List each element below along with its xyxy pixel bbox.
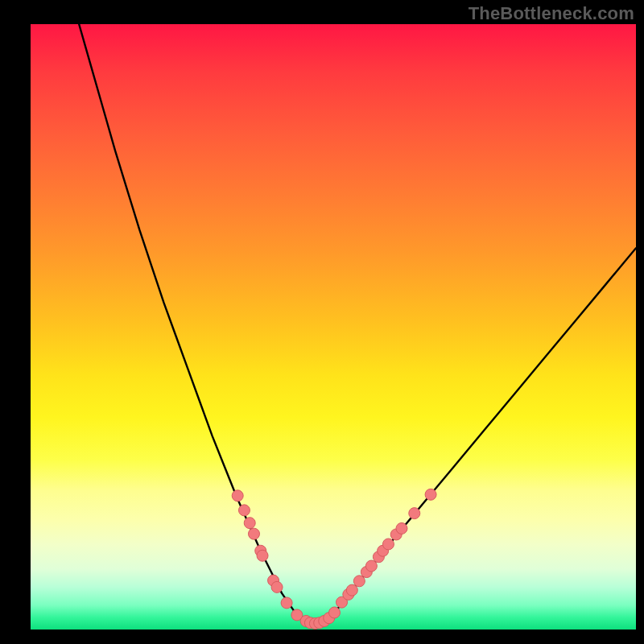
watermark-label: TheBottleneck.com bbox=[469, 3, 634, 24]
highlighted-data-points bbox=[232, 489, 436, 629]
data-point bbox=[244, 518, 255, 529]
bottleneck-curve-path bbox=[79, 24, 636, 623]
data-point bbox=[248, 528, 259, 539]
data-point bbox=[396, 522, 407, 534]
data-point bbox=[409, 508, 420, 519]
bottleneck-curve-layer bbox=[31, 24, 636, 630]
data-point bbox=[281, 597, 292, 609]
data-point bbox=[346, 584, 357, 596]
data-point bbox=[329, 607, 341, 618]
data-point bbox=[238, 505, 250, 516]
data-point bbox=[257, 550, 268, 561]
data-point bbox=[365, 560, 377, 572]
data-point bbox=[425, 489, 436, 500]
data-point bbox=[353, 576, 365, 587]
data-point bbox=[232, 490, 243, 502]
chart-frame: TheBottleneck.com bbox=[0, 0, 644, 644]
data-point bbox=[271, 581, 283, 592]
data-point bbox=[382, 539, 394, 550]
bottleneck-curve bbox=[79, 24, 636, 623]
